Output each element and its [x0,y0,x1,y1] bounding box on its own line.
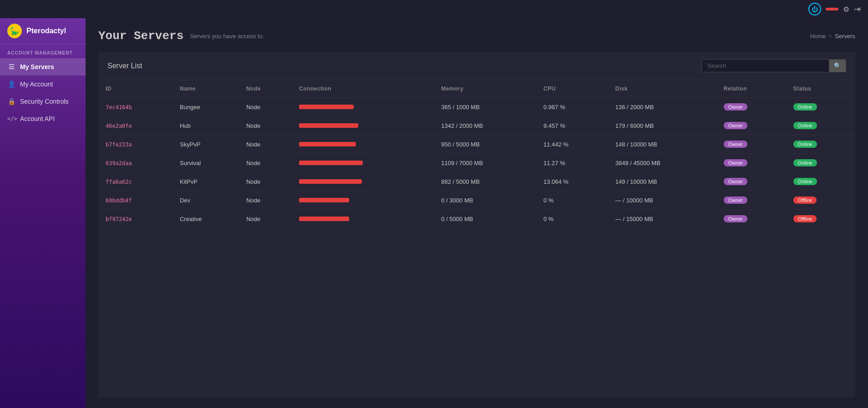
cell-connection [292,135,434,154]
col-memory: Memory [434,80,536,98]
page-subtitle: Servers you have access to. [190,33,264,40]
cell-connection [292,172,434,191]
cell-memory: 0 / 3000 MB [434,191,536,210]
sidebar-item-security-controls[interactable]: 🔒 Security Controls [0,93,86,110]
sidebar-section-label: ACCOUNT MANAGEMENT [0,44,86,58]
sidebar-logo: 🦕 Pterodactyl [0,18,86,44]
cell-relation: Owner [716,210,786,228]
breadcrumb-current: Servers [835,33,855,40]
lock-icon: 🔒 [7,98,15,105]
cell-id: ffa6a62c [98,172,173,191]
cell-node: Node [239,191,292,210]
api-icon: </> [7,116,15,122]
cell-id: 7ec4164b [98,98,173,116]
sidebar-item-my-servers[interactable]: ☰ My Servers [0,58,86,76]
cell-disk: — / 15000 MB [608,210,716,228]
page-header-left: Your Servers Servers you have access to. [98,29,264,43]
cell-relation: Owner [716,172,786,191]
cell-name: KitPvP [173,172,239,191]
sidebar-label-security: Security Controls [20,98,69,105]
cell-node: Node [239,116,292,135]
cell-node: Node [239,98,292,116]
sidebar-item-my-account[interactable]: 👤 My Account [0,76,86,93]
sidebar-item-account-api[interactable]: </> Account API [0,110,86,127]
cell-status: Online [786,98,855,116]
cell-memory: 1342 / 2000 MB [434,116,536,135]
cell-memory: 1109 / 7000 MB [434,154,536,172]
logout-icon[interactable]: ⇥ [854,4,861,14]
cell-node: Node [239,154,292,172]
col-cpu: CPU [536,80,608,98]
cell-connection [292,98,434,116]
cell-disk: 148 / 10000 MB [608,135,716,154]
col-connection: Connection [292,80,434,98]
breadcrumb-separator: > [829,33,832,40]
sidebar-label-my-account: My Account [20,81,53,88]
col-status: Status [786,80,855,98]
table-header-row: ID Name Node Connection Memory CPU Disk … [98,80,855,98]
cell-relation: Owner [716,154,786,172]
cell-id: 60bddb4f [98,191,173,210]
account-icon: 👤 [7,81,15,88]
col-name: Name [173,80,239,98]
cell-disk: 149 / 10000 MB [608,172,716,191]
cell-status: Online [786,172,855,191]
table-row[interactable]: 639a2daa Survival Node 1109 / 7000 MB 11… [98,154,855,172]
sidebar: 🦕 Pterodactyl ACCOUNT MANAGEMENT ☰ My Se… [0,18,86,408]
card-header: Server List 🔍 [98,52,855,80]
cell-disk: 179 / 6000 MB [608,116,716,135]
table-row[interactable]: 60bddb4f Dev Node 0 / 3000 MB 0 % — / 10… [98,191,855,210]
user-badge[interactable] [826,8,838,10]
cell-connection [292,116,434,135]
cell-id: bf97242e [98,210,173,228]
breadcrumb-home[interactable]: Home [810,33,826,40]
col-relation: Relation [716,80,786,98]
cell-memory: 950 / 5000 MB [434,135,536,154]
table-row[interactable]: 46e2a0fe Hub Node 1342 / 2000 MB 9.457 %… [98,116,855,135]
col-node: Node [239,80,292,98]
table-row[interactable]: b7fe233a SkyPvP Node 950 / 5000 MB 11.44… [98,135,855,154]
app-wrapper: 🦕 Pterodactyl ACCOUNT MANAGEMENT ☰ My Se… [0,18,868,408]
search-button[interactable]: 🔍 [829,59,846,72]
col-id: ID [98,80,173,98]
server-table: ID Name Node Connection Memory CPU Disk … [98,80,855,228]
cell-memory: 0 / 5000 MB [434,210,536,228]
table-row[interactable]: ffa6a62c KitPvP Node 882 / 5000 MB 13.06… [98,172,855,191]
cell-id: b7fe233a [98,135,173,154]
cell-name: SkyPvP [173,135,239,154]
cell-cpu: 0.987 % [536,98,608,116]
logo-icon: 🦕 [7,24,22,38]
top-header: ⏻ ⚙ ⇥ [0,0,868,18]
table-row[interactable]: 7ec4164b Bungee Node 365 / 1000 MB 0.987… [98,98,855,116]
cell-status: Online [786,135,855,154]
breadcrumb: Home > Servers [810,33,855,40]
cell-disk: 136 / 2000 MB [608,98,716,116]
cell-name: Bungee [173,98,239,116]
server-list-card: Server List 🔍 ID Name Node Connection Me… [98,52,855,397]
cell-status: Offline [786,191,855,210]
logo-text: Pterodactyl [26,27,66,35]
sidebar-label-api: Account API [20,115,55,122]
cell-cpu: 9.457 % [536,116,608,135]
cell-id: 639a2daa [98,154,173,172]
col-disk: Disk [608,80,716,98]
cell-relation: Owner [716,98,786,116]
cell-connection [292,210,434,228]
power-button[interactable]: ⏻ [808,3,821,15]
cell-relation: Owner [716,135,786,154]
gear-icon[interactable]: ⚙ [843,5,849,14]
cell-disk: 3849 / 45000 MB [608,154,716,172]
cell-cpu: 0 % [536,210,608,228]
servers-icon: ☰ [7,63,15,71]
cell-cpu: 11.27 % [536,154,608,172]
cell-name: Dev [173,191,239,210]
cell-cpu: 13.064 % [536,172,608,191]
cell-name: Survival [173,154,239,172]
cell-connection [292,191,434,210]
search-input[interactable] [701,59,829,72]
page-title: Your Servers [98,29,183,43]
cell-connection [292,154,434,172]
cell-relation: Owner [716,191,786,210]
table-row[interactable]: bf97242e Creative Node 0 / 5000 MB 0 % —… [98,210,855,228]
cell-status: Online [786,154,855,172]
